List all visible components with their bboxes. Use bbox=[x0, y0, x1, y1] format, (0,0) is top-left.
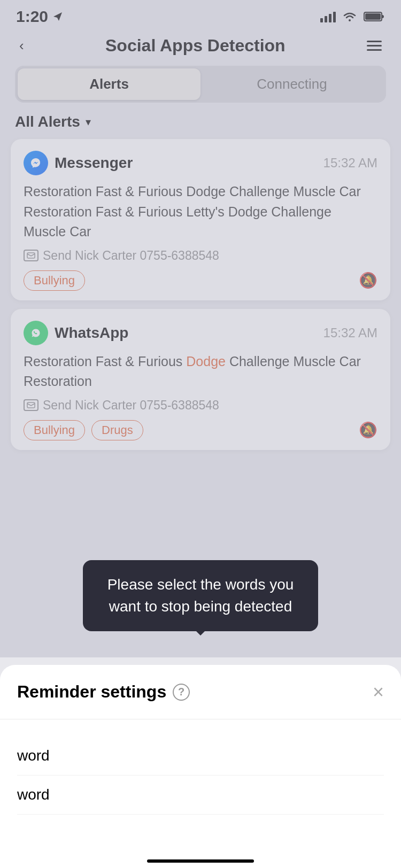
word-field-1[interactable]: word bbox=[17, 737, 384, 776]
help-icon[interactable]: ? bbox=[173, 684, 190, 701]
bottom-sheet: Reminder settings ? × word word bbox=[0, 665, 401, 868]
bottom-sheet-header: Reminder settings ? × bbox=[17, 682, 384, 702]
word-field-2[interactable]: word bbox=[17, 776, 384, 815]
close-button[interactable]: × bbox=[373, 683, 384, 702]
reminder-settings-title: Reminder settings ? bbox=[17, 682, 190, 702]
home-indicator bbox=[147, 859, 254, 863]
tooltip-bubble: Please select the words you want to stop… bbox=[83, 560, 318, 631]
divider bbox=[0, 719, 401, 719]
background-overlay bbox=[0, 0, 401, 657]
